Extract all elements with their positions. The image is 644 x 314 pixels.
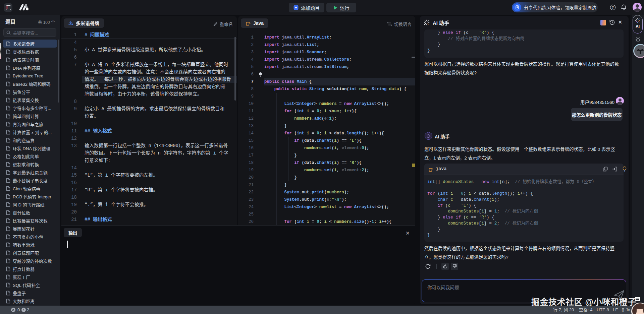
svg-text:?: ? — [612, 5, 614, 9]
